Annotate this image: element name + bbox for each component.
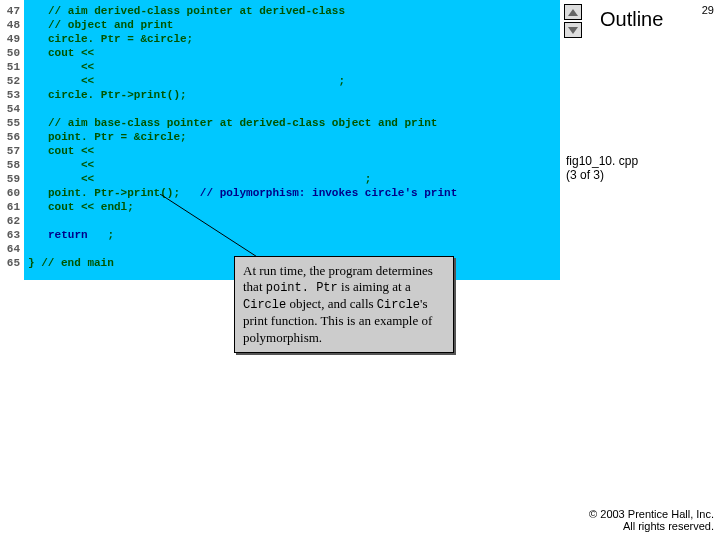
lineno: 56 [0, 130, 24, 144]
lineno: 65 [0, 256, 24, 270]
code-line: cout << endl; [24, 200, 560, 214]
lineno: 50 [0, 46, 24, 60]
next-button[interactable] [564, 22, 582, 38]
callout-mono: point. Ptr [266, 281, 338, 295]
file-part: (3 of 3) [566, 168, 638, 182]
lineno: 51 [0, 60, 24, 74]
lineno: 49 [0, 32, 24, 46]
code-line: circle. Ptr->print(); [24, 88, 560, 102]
code-line: cout << [24, 46, 560, 60]
lineno: 53 [0, 88, 24, 102]
lineno: 55 [0, 116, 24, 130]
code-line: << ; [24, 172, 560, 186]
copyright-line: © 2003 Prentice Hall, Inc. [589, 508, 714, 520]
lineno: 59 [0, 172, 24, 186]
lineno: 60 [0, 186, 24, 200]
slide-number: 29 [702, 4, 714, 16]
code-line [24, 242, 560, 256]
side-panel: Outline 29 fig10_10. cpp (3 of 3) © 2003… [560, 0, 720, 540]
code-line: << ; [24, 74, 560, 88]
chevron-down-icon [568, 27, 578, 34]
outline-title: Outline [600, 8, 663, 31]
lineno: 61 [0, 200, 24, 214]
code-pane: 47 48 49 50 51 52 53 54 55 56 57 58 59 6… [0, 0, 560, 280]
lineno: 64 [0, 242, 24, 256]
lineno: 63 [0, 228, 24, 242]
file-caption: fig10_10. cpp (3 of 3) [566, 154, 638, 182]
file-name: fig10_10. cpp [566, 154, 638, 168]
code-line: return ; [24, 228, 560, 242]
code-body: // aim derived-class pointer at derived-… [24, 0, 560, 270]
code-line: << [24, 158, 560, 172]
lineno: 47 [0, 4, 24, 18]
lineno: 52 [0, 74, 24, 88]
lineno: 58 [0, 158, 24, 172]
code-line: point. Ptr = &circle; [24, 130, 560, 144]
prev-button[interactable] [564, 4, 582, 20]
lineno: 57 [0, 144, 24, 158]
code-line: // object and print [24, 18, 560, 32]
callout-text: is aiming at a [338, 279, 411, 294]
copyright-line: All rights reserved. [589, 520, 714, 532]
code-line [24, 214, 560, 228]
callout-box: At run time, the program determines that… [234, 256, 454, 353]
code-line: point. Ptr->print(); // polymorphism: in… [24, 186, 560, 200]
code-line: circle. Ptr = &circle; [24, 32, 560, 46]
code-line: << [24, 60, 560, 74]
line-number-gutter: 47 48 49 50 51 52 53 54 55 56 57 58 59 6… [0, 0, 24, 284]
code-line: // aim base-class pointer at derived-cla… [24, 116, 560, 130]
lineno: 62 [0, 214, 24, 228]
chevron-up-icon [568, 9, 578, 16]
lineno: 54 [0, 102, 24, 116]
lineno: 48 [0, 18, 24, 32]
code-line: cout << [24, 144, 560, 158]
callout-mono: Circle [377, 298, 420, 312]
callout-mono: Circle [243, 298, 286, 312]
callout-text: object, and calls [286, 296, 377, 311]
code-line: // aim derived-class pointer at derived-… [24, 4, 560, 18]
code-line [24, 102, 560, 116]
nav-buttons [564, 4, 582, 40]
copyright: © 2003 Prentice Hall, Inc. All rights re… [589, 508, 714, 532]
